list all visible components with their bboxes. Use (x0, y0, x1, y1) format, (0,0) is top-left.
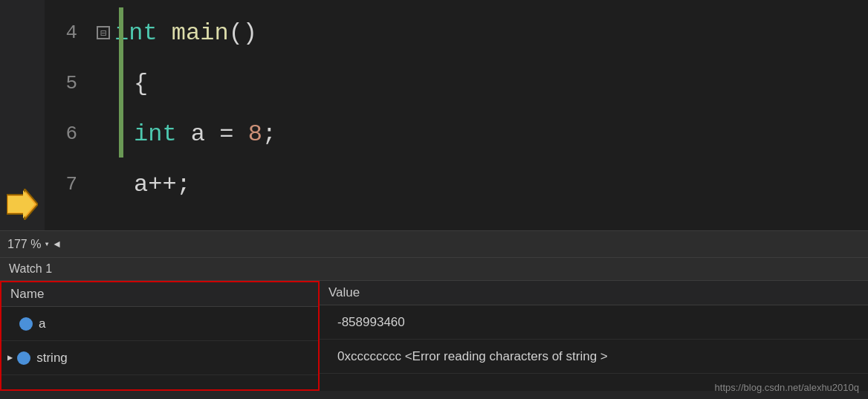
code-line-7: a++ ; (89, 159, 868, 210)
value-string: 0xcccccccc <Error reading characters of … (328, 349, 617, 364)
code-line-4: ⊟ int main () (89, 7, 868, 58)
watch-value-string: 0xcccccccc <Error reading characters of … (320, 340, 868, 374)
value-column-header: Value (320, 281, 868, 305)
keyword-int-decl: int (134, 120, 177, 148)
gutter (0, 0, 45, 230)
scroll-left-arrow[interactable]: ◄ (54, 239, 60, 250)
code-content: ⊟ int main () { int a = 8 ; a++ ; (89, 0, 868, 230)
open-brace: { (134, 70, 148, 97)
var-icon-string (17, 351, 30, 365)
line-number-5: 5 (45, 58, 77, 108)
watch-panel-title: Watch 1 (0, 258, 868, 281)
space-1 (158, 19, 172, 47)
line-number-6: 6 (45, 108, 77, 159)
debug-arrow-area (0, 89, 45, 319)
watermark: https://blog.csdn.net/alexhu2010q (715, 382, 859, 393)
watch-row-name-a: a (1, 307, 318, 341)
status-bar: 177 % ▾ ◄ (0, 230, 868, 257)
debug-arrow-icon (7, 189, 38, 220)
var-a: a (191, 120, 205, 148)
watch-panel: Watch 1 Name a ▶ string Value -858993460 (0, 257, 868, 399)
semicolon-2: ; (177, 171, 191, 198)
semicolon-1: ; (262, 120, 276, 148)
zoom-dropdown-arrow[interactable]: ▾ (44, 239, 49, 250)
num-8: 8 (248, 120, 262, 148)
editor-area: 4 5 6 7 ⊟ int main () { int a = 8 ; (0, 0, 868, 230)
value-a: -858993460 (328, 315, 414, 330)
name-column-header: Name (1, 282, 318, 307)
line-number-7: 7 (45, 159, 77, 210)
indent-bar (119, 7, 123, 158)
code-line-5: { (89, 58, 868, 108)
space-2 (177, 120, 191, 148)
var-a-inc: a++ (134, 171, 177, 198)
watch-name-column: Name a ▶ string (0, 281, 320, 391)
code-line-6: int a = 8 ; (89, 108, 868, 159)
collapse-icon[interactable]: ⊟ (97, 26, 110, 39)
space-3: = (205, 120, 248, 148)
var-name-string: string (36, 351, 68, 366)
parens: () (229, 19, 257, 47)
watch-row-name-string: ▶ string (1, 341, 318, 375)
function-main: main (172, 19, 229, 47)
line-numbers: 4 5 6 7 (45, 0, 89, 230)
watch-table: Name a ▶ string Value -858993460 0xccccc… (0, 281, 868, 391)
expand-arrow-string[interactable]: ▶ (7, 352, 13, 363)
watch-value-a: -858993460 (320, 305, 868, 340)
watch-value-column: Value -858993460 0xcccccccc <Error readi… (320, 281, 868, 391)
line-number-4: 4 (45, 7, 77, 58)
